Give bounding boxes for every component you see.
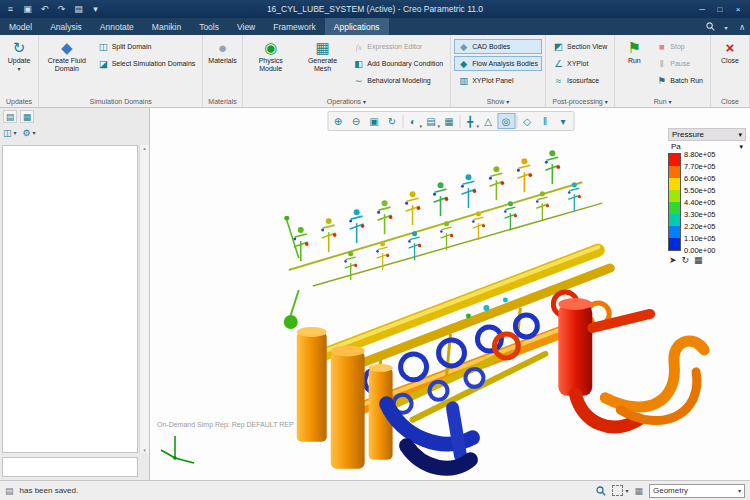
window-controls: ─ □ × [576, 3, 746, 16]
undo-icon[interactable]: ↶ [38, 3, 51, 16]
run-button[interactable]: ⚑ Run [618, 36, 650, 96]
save-icon[interactable]: ▣ [21, 3, 34, 16]
isosurface-icon: ≈ [553, 75, 564, 86]
model-tree-tab-icon[interactable]: ▤ [3, 110, 17, 123]
display-style-button[interactable]: ◐ [404, 113, 422, 129]
tab-tools[interactable]: Tools [190, 18, 228, 35]
graphics-viewport[interactable]: ⊕ ⊖ ▣ ↻ ◐ ▤ ▦ ╋ △ ◎ ◇ ‖ ▾ Pressure [151, 108, 750, 480]
regenerate-icon[interactable]: ▤ [72, 3, 85, 16]
xyplot-panel-button[interactable]: ▥ XYPlot Panel [454, 73, 542, 88]
pause-label: Pause [670, 60, 690, 67]
tree-filters-button[interactable]: ◫ [3, 128, 17, 138]
batch-run-button[interactable]: ⚑ Batch Run [652, 73, 707, 88]
legend-scale: 8.80e+05 7.70e+05 6.60e+05 5.50e+05 4.40… [668, 153, 746, 251]
repaint-button[interactable]: ↻ [383, 113, 401, 129]
search-icon[interactable] [702, 18, 718, 35]
legend-color-bar [668, 153, 681, 251]
tab-applications[interactable]: Applications [325, 18, 389, 35]
high-pressure-manifold[interactable] [558, 298, 704, 427]
refit-button[interactable]: ▣ [365, 113, 383, 129]
tab-annotate[interactable]: Annotate [91, 18, 143, 35]
perspective-button[interactable]: ◇ [518, 113, 536, 129]
navigator-tabs: ▤ ▦ [0, 108, 149, 124]
group-label-run[interactable]: Run [654, 98, 667, 105]
caret-down-icon [17, 65, 20, 73]
legend-pick-icon[interactable]: ➤ [669, 255, 677, 265]
split-domain-button[interactable]: ◫ Split Domain [94, 39, 200, 54]
selection-list-icon[interactable]: ▦ [634, 486, 643, 496]
update-icon: ↻ [8, 38, 30, 57]
close-application-button[interactable]: × Close [714, 36, 746, 96]
legend-tick-label: 6.60e+05 [684, 174, 716, 183]
behavioral-modeling-icon: ∼ [353, 75, 364, 86]
legend-title-dropdown[interactable]: Pressure [668, 128, 746, 141]
group-label-show[interactable]: Show [487, 98, 505, 105]
stop-label: Stop [670, 43, 684, 50]
selection-box-icon [612, 485, 623, 496]
section-view-button[interactable]: ◩ Section View [549, 39, 611, 54]
add-boundary-condition-button[interactable]: ◧ Add Boundary Condition [349, 56, 447, 71]
zoom-out-icon: ⊖ [352, 116, 360, 127]
options-dropdown-icon[interactable] [718, 18, 734, 35]
pause-button[interactable]: ‖ Pause [652, 56, 707, 71]
search-model-icon[interactable] [596, 486, 606, 496]
flow-analysis-bodies-button[interactable]: ◆ Flow Analysis Bodies [454, 56, 542, 71]
zoom-in-button[interactable]: ⊕ [329, 113, 347, 129]
tab-analysis[interactable]: Analysis [41, 18, 91, 35]
selection-box-button[interactable] [612, 485, 628, 496]
group-label-materials: Materials [208, 98, 236, 105]
tree-settings-button[interactable]: ⚙ [23, 128, 36, 138]
behavioral-modeling-button[interactable]: ∼ Behavioral Modeling [349, 73, 447, 88]
zoom-out-button[interactable]: ⊖ [347, 113, 365, 129]
tab-framework[interactable]: Framework [264, 18, 325, 35]
datum-display-icon: ╋ [467, 116, 473, 127]
batch-run-label: Batch Run [670, 77, 703, 84]
spin-center-button[interactable]: ◎ [497, 113, 515, 129]
more-tools-button[interactable]: ▾ [554, 113, 572, 129]
clipping-button[interactable]: ‖ [536, 113, 554, 129]
create-fluid-domain-button[interactable]: ◆ Create Fluid Domain [42, 36, 92, 96]
expression-editor-label: Expression Editor [367, 43, 422, 50]
folder-browser-tab-icon[interactable]: ▦ [20, 110, 34, 123]
minimize-button[interactable]: ─ [694, 3, 710, 16]
legend-cycle-icon[interactable]: ↻ [682, 255, 690, 265]
minimize-ribbon-icon[interactable]: ∧ [734, 18, 750, 35]
legend-options-icon[interactable]: ▦ [694, 255, 703, 265]
stop-button[interactable]: ■ Stop [652, 39, 707, 54]
redo-icon[interactable]: ↷ [55, 3, 68, 16]
tab-view[interactable]: View [228, 18, 264, 35]
legend-color-band [669, 226, 680, 238]
model-tree-scrollbar[interactable] [139, 145, 149, 453]
datum-display-button[interactable]: ╋ [461, 113, 479, 129]
select-simulation-domains-button[interactable]: ◪ Select Simulation Domains [94, 56, 200, 71]
expression-editor-button[interactable]: fx Expression Editor [349, 39, 447, 54]
physics-module-button[interactable]: ◉ Physics Module [246, 36, 296, 96]
xyplot-button[interactable]: ∠ XYPlot [549, 56, 611, 71]
statusbar: ▤ has been saved. ▦ Geometry [0, 480, 750, 500]
annotation-display-button[interactable]: △ [479, 113, 497, 129]
app-menu-icon[interactable]: ≡ [4, 3, 17, 16]
view-manager-button[interactable]: ▦ [440, 113, 458, 129]
isosurface-button[interactable]: ≈ Isosurface [549, 73, 611, 88]
group-label-operations[interactable]: Operations [327, 98, 361, 105]
maximize-button[interactable]: □ [712, 3, 728, 16]
xyplot-label: XYPlot [567, 60, 588, 67]
model-tree-footer[interactable] [2, 457, 138, 477]
behavioral-modeling-label: Behavioral Modeling [367, 77, 430, 84]
selection-filter-combo[interactable]: Geometry [649, 484, 745, 498]
close-window-button[interactable]: × [730, 3, 746, 16]
tab-model[interactable]: Model [0, 18, 41, 35]
oil-filter-canisters[interactable] [297, 327, 393, 469]
quick-access-options-icon[interactable]: ▾ [89, 3, 102, 16]
message-log-icon[interactable]: ▤ [5, 486, 14, 496]
cad-bodies-button[interactable]: ◆ CAD Bodies [454, 39, 542, 54]
create-fluid-domain-label: Create Fluid Domain [44, 57, 90, 73]
saved-orientations-button[interactable]: ▤ [422, 113, 440, 129]
physics-module-label: Physics Module [248, 57, 294, 73]
generate-mesh-button[interactable]: ▦ Generate Mesh [298, 36, 348, 96]
materials-button[interactable]: ● Materials [206, 36, 238, 96]
tab-manikin[interactable]: Manikin [143, 18, 190, 35]
model-tree-area[interactable] [2, 145, 138, 453]
update-button[interactable]: ↻ Update [3, 36, 35, 96]
group-label-post-processing[interactable]: Post-processing [553, 98, 603, 105]
